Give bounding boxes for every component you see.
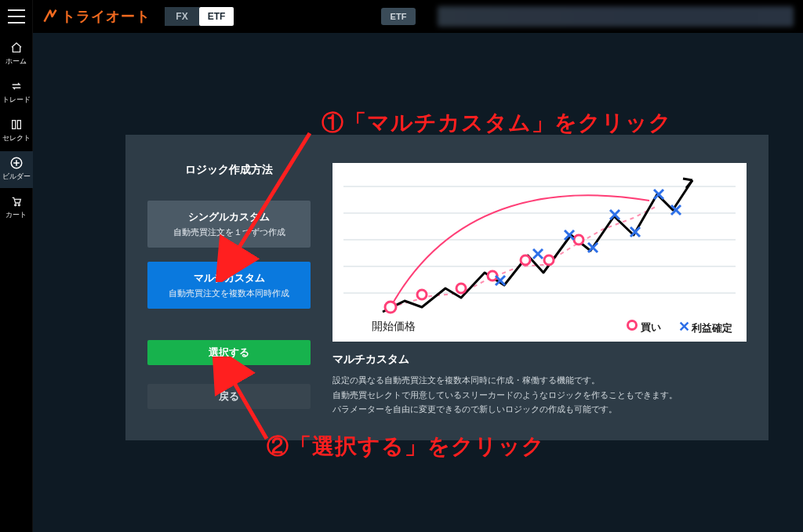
brand-icon xyxy=(42,9,58,24)
back-button[interactable]: 戻る xyxy=(147,384,311,409)
option-single-custom[interactable]: シングルカスタム 自動売買注文を１つずつ作成 xyxy=(147,201,311,248)
chart-svg xyxy=(332,163,747,342)
option-subtitle: 自動売買注文を１つずつ作成 xyxy=(154,226,304,238)
legend-buy: 買い xyxy=(627,320,661,335)
option-title: シングルカスタム xyxy=(154,210,304,224)
product-tabs: FX ETF xyxy=(165,7,234,26)
description-line: 自動売買セレクトで用意しているスリーカードのようなロジックを作ることもできます。 xyxy=(332,388,747,403)
sidebar-item-label: トレード xyxy=(2,95,31,105)
home-icon xyxy=(9,41,24,55)
tab-etf[interactable]: ETF xyxy=(199,7,234,26)
tab-fx[interactable]: FX xyxy=(165,7,199,26)
chart-legend: 買い ✕利益確定 xyxy=(627,318,732,335)
option-subtitle: 自動売買注文を複数本同時作成 xyxy=(154,288,304,299)
header-data-blurred xyxy=(438,6,794,27)
chart-start-label: 開始価格 xyxy=(372,320,416,334)
svg-point-15 xyxy=(544,255,554,265)
svg-point-14 xyxy=(521,255,530,265)
description-line: 設定の異なる自動売買注文を複数本同時に作成・稼働する機能です。 xyxy=(332,373,747,388)
svg-point-10 xyxy=(385,302,396,313)
asset-chip[interactable]: ETF xyxy=(381,8,416,25)
legend-take: ✕利益確定 xyxy=(678,318,732,335)
sidebar-item-select[interactable]: セレクト xyxy=(0,113,33,150)
sidebar-item-label: セレクト xyxy=(2,133,31,143)
trade-icon xyxy=(9,79,24,93)
sidebar-item-builder[interactable]: ビルダー xyxy=(0,151,33,188)
builder-panel: ロジック作成方法 シングルカスタム 自動売買注文を１つずつ作成 マルチカスタム … xyxy=(125,135,768,440)
svg-point-4 xyxy=(18,204,20,206)
description: マルチカスタム 設定の異なる自動売買注文を複数本同時に作成・稼働する機能です。 … xyxy=(332,353,747,417)
menu-icon[interactable] xyxy=(8,9,25,24)
builder-icon xyxy=(9,156,24,170)
select-button[interactable]: 選択する xyxy=(147,340,311,365)
annotation-step2: ②「選択する」をクリック xyxy=(267,432,545,461)
svg-point-12 xyxy=(456,284,466,293)
sidebar: ホーム トレード セレクト ビルダー カート xyxy=(0,0,33,532)
sidebar-item-home[interactable]: ホーム xyxy=(0,36,33,73)
sidebar-item-label: カート xyxy=(5,210,27,220)
brand-label: トライオート xyxy=(61,7,151,26)
brand-logo[interactable]: トライオート xyxy=(42,7,151,26)
sidebar-item-cart[interactable]: カート xyxy=(0,190,33,226)
option-title: マルチカスタム xyxy=(154,271,304,285)
description-title: マルチカスタム xyxy=(332,353,747,367)
svg-rect-1 xyxy=(17,121,20,129)
select-icon xyxy=(9,118,24,132)
sidebar-item-label: ビルダー xyxy=(2,172,31,182)
sidebar-item-label: ホーム xyxy=(5,56,27,67)
detail-column: 開始価格 買い ✕利益確定 マルチカスタム 設定の異なる自動売買注文を複数本同時… xyxy=(332,163,747,422)
strategy-chart: 開始価格 買い ✕利益確定 xyxy=(332,163,747,342)
description-line: パラメーターを自由に変更できるので新しいロジックの作成も可能です。 xyxy=(332,402,747,417)
sidebar-item-trade[interactable]: トレード xyxy=(0,74,33,111)
section-title: ロジック作成方法 xyxy=(147,163,311,177)
option-multi-custom[interactable]: マルチカスタム 自動売買注文を複数本同時作成 xyxy=(147,262,311,309)
svg-point-11 xyxy=(417,290,427,299)
header: トライオート FX ETF ETF xyxy=(33,0,803,33)
svg-point-16 xyxy=(574,235,583,244)
annotation-step1: ①「マルチカスタム」をクリック xyxy=(322,108,672,138)
svg-rect-0 xyxy=(12,121,15,129)
svg-point-3 xyxy=(14,204,16,206)
options-column: ロジック作成方法 シングルカスタム 自動売買注文を１つずつ作成 マルチカスタム … xyxy=(147,163,311,422)
cart-icon xyxy=(9,194,24,208)
